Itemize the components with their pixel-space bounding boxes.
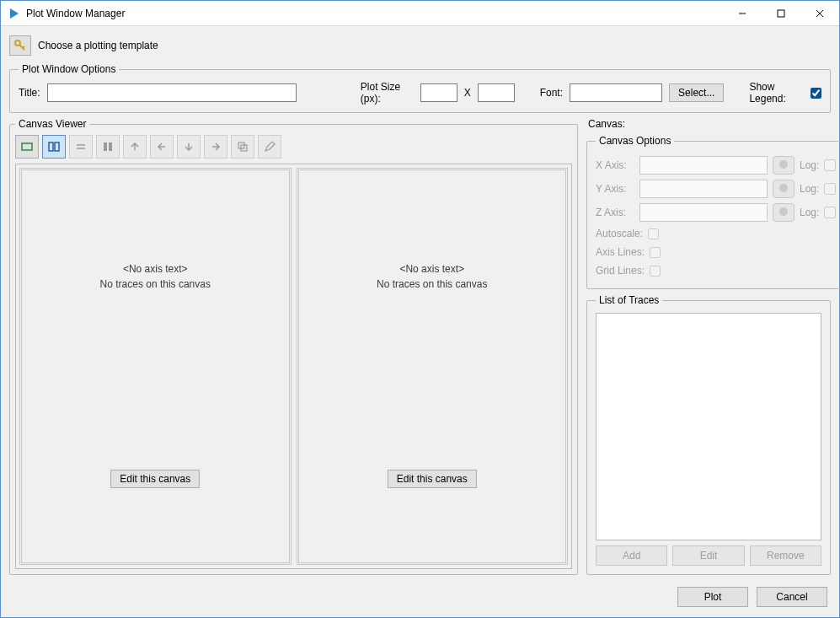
canvas1-axis-text: <No axis text> [123, 263, 188, 275]
autoscale-label: Autoscale: [596, 228, 643, 239]
axis-lines-label: Axis Lines: [596, 246, 645, 258]
font-input[interactable] [570, 83, 662, 102]
z-log-checkbox[interactable] [824, 207, 836, 218]
window-title: Plot Window Manager [26, 8, 723, 19]
plot-button[interactable]: Plot [677, 587, 748, 607]
y-log-label: Log: [800, 183, 819, 195]
canvas2-axis-text: <No axis text> [399, 263, 464, 275]
plot-size-label: Plot Size (px): [361, 81, 414, 105]
y-axis-input[interactable] [639, 180, 768, 198]
edit-icon[interactable] [258, 135, 281, 159]
arrow-right-icon[interactable] [204, 135, 227, 159]
axis-lines-row: Axis Lines: [596, 243, 836, 261]
arrow-left-icon[interactable] [150, 135, 174, 159]
axis-lines-checkbox[interactable] [650, 247, 661, 258]
svg-rect-8 [22, 143, 32, 150]
show-legend-label: Show Legend: [749, 81, 804, 105]
plot-window-options-legend: Plot Window Options [19, 63, 119, 75]
maximize-button[interactable] [762, 1, 800, 26]
z-axis-label: Z Axis: [596, 207, 634, 218]
layout-single-icon[interactable] [15, 135, 39, 159]
font-select-button[interactable]: Select... [669, 83, 724, 102]
circle-icon [778, 182, 789, 196]
z-axis-color-button[interactable] [773, 203, 795, 222]
template-toolbar: Choose a plotting template [9, 33, 831, 58]
x-axis-label: X Axis: [596, 159, 634, 171]
trace-edit-button[interactable]: Edit [672, 545, 744, 566]
y-axis-row: Y Axis: Log: [596, 177, 836, 201]
trace-remove-button[interactable]: Remove [750, 545, 821, 566]
window-root: Plot Window Manager Choose a plotting te… [0, 0, 840, 618]
z-axis-input[interactable] [639, 203, 768, 222]
copy-icon[interactable] [231, 135, 254, 159]
bottom-buttons: Plot Cancel [9, 580, 831, 609]
circle-icon [778, 206, 789, 220]
z-log-label: Log: [800, 207, 819, 218]
titlebar: Plot Window Manager [1, 1, 839, 26]
x-axis-input[interactable] [639, 156, 768, 175]
canvas1-no-traces: No traces on this canvas [100, 278, 211, 290]
canvas-viewer: Canvas Viewer <No axis text> [9, 118, 578, 575]
canvas2-edit-button[interactable]: Edit this canvas [388, 470, 477, 488]
svg-point-16 [779, 184, 788, 192]
canvas-toolbar [15, 133, 572, 164]
canvas1-edit-button[interactable]: Edit this canvas [110, 470, 200, 488]
traces-listbox[interactable] [596, 313, 821, 540]
size-separator: X [464, 87, 471, 99]
circle-icon [778, 159, 789, 173]
z-axis-row: Z Axis: Log: [596, 201, 836, 224]
title-input[interactable] [47, 83, 297, 102]
canvas-panel-1[interactable]: <No axis text> No traces on this canvas … [19, 168, 292, 565]
minimize-button[interactable] [723, 1, 762, 26]
x-axis-color-button[interactable] [773, 156, 795, 175]
x-axis-row: X Axis: Log: [596, 153, 836, 177]
y-log-checkbox[interactable] [824, 183, 836, 195]
canvas-panel-2[interactable]: <No axis text> No traces on this canvas … [297, 168, 569, 565]
plot-window-options: Plot Window Options Title: Plot Size (px… [9, 63, 831, 113]
y-axis-color-button[interactable] [773, 180, 795, 198]
choose-template-button[interactable] [9, 35, 31, 56]
list-of-traces: List of Traces Add Edit Remove [586, 294, 831, 575]
traces-buttons: Add Edit Remove [596, 545, 821, 566]
canvas-header: Canvas: [586, 118, 831, 130]
x-log-checkbox[interactable] [824, 159, 836, 171]
svg-rect-2 [778, 10, 784, 17]
y-axis-label: Y Axis: [596, 183, 634, 195]
svg-point-15 [779, 160, 788, 169]
grid-lines-checkbox[interactable] [650, 266, 661, 277]
title-label: Title: [19, 87, 40, 99]
plot-width-input[interactable] [420, 83, 457, 102]
autoscale-row: Autoscale: [596, 224, 836, 243]
canvas-area: <No axis text> No traces on this canvas … [15, 164, 572, 569]
grid-lines-row: Grid Lines: [596, 261, 836, 280]
layout-split-icon[interactable] [42, 135, 66, 159]
middle-area: Canvas Viewer <No axis text> [9, 118, 831, 575]
canvas-options-legend: Canvas Options [596, 135, 674, 147]
svg-point-17 [779, 207, 788, 216]
trace-add-button[interactable]: Add [596, 545, 667, 566]
show-legend-checkbox[interactable] [811, 88, 821, 99]
canvas2-no-traces: No traces on this canvas [377, 278, 487, 290]
canvas-options: Canvas Options X Axis: Log: Y Axis: [586, 135, 840, 289]
plot-options-row: Title: Plot Size (px): X Font: Select...… [19, 82, 821, 104]
svg-rect-10 [55, 142, 59, 151]
arrow-up-icon[interactable] [123, 135, 147, 159]
autoscale-checkbox[interactable] [648, 228, 659, 239]
swap-icon[interactable] [69, 135, 93, 159]
cancel-button[interactable]: Cancel [757, 587, 827, 607]
plot-height-input[interactable] [478, 83, 515, 102]
canvas-viewer-legend: Canvas Viewer [15, 118, 89, 130]
close-button[interactable] [800, 1, 839, 26]
choose-template-label: Choose a plotting template [38, 40, 158, 51]
svg-marker-0 [10, 8, 19, 19]
app-icon [8, 7, 21, 20]
svg-rect-9 [49, 142, 53, 151]
svg-rect-11 [104, 142, 107, 151]
arrow-down-icon[interactable] [177, 135, 201, 159]
svg-rect-12 [109, 142, 112, 151]
grid-lines-label: Grid Lines: [596, 265, 645, 277]
font-label: Font: [540, 87, 563, 99]
client-area: Choose a plotting template Plot Window O… [1, 26, 839, 617]
right-column: Canvas: Canvas Options X Axis: Log: Y Ax… [586, 118, 831, 575]
columns-icon[interactable] [96, 135, 120, 159]
